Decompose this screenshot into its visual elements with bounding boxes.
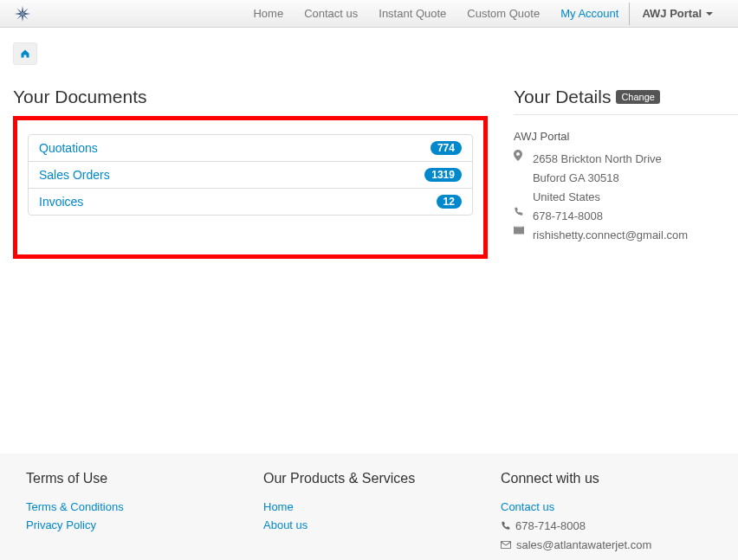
svg-marker-8	[23, 14, 29, 20]
home-icon	[20, 48, 30, 59]
envelope-icon	[501, 541, 511, 549]
svg-marker-2	[15, 13, 23, 15]
footer-link-privacy[interactable]: Privacy Policy	[26, 517, 237, 535]
details-divider	[514, 114, 738, 115]
footer-email: sales@atlantawaterjet.com	[516, 536, 651, 555]
doc-item-invoices[interactable]: Invoices 12	[29, 189, 472, 215]
top-navbar: Home Contact us Instant Quote Custom Quo…	[0, 0, 738, 28]
svg-marker-1	[22, 14, 23, 22]
address-line1: 2658 Brickton North Drive	[533, 150, 662, 169]
doc-item-quotations[interactable]: Quotations 774	[29, 135, 472, 162]
footer: Terms of Use Terms & Conditions Privacy …	[0, 454, 738, 560]
nav-instant-quote[interactable]: Instant Quote	[368, 0, 456, 28]
footer-heading-connect: Connect with us	[501, 471, 712, 486]
svg-marker-5	[16, 8, 23, 14]
svg-marker-6	[23, 8, 29, 14]
footer-link-home[interactable]: Home	[263, 499, 475, 517]
phone-icon	[514, 207, 526, 216]
caret-down-icon	[706, 12, 713, 16]
doc-count-badge: 12	[437, 195, 462, 209]
svg-marker-0	[22, 5, 23, 13]
svg-marker-7	[16, 14, 23, 20]
address-line2: Buford GA 30518	[514, 169, 738, 188]
nav-contact[interactable]: Contact us	[294, 0, 368, 28]
breadcrumb	[13, 42, 725, 65]
footer-link-about[interactable]: About us	[263, 517, 475, 535]
doc-item-sales-orders[interactable]: Sales Orders 1319	[29, 162, 472, 189]
address-line3: United States	[514, 188, 738, 207]
footer-link-terms[interactable]: Terms & Conditions	[26, 499, 237, 517]
home-breadcrumb-button[interactable]	[13, 42, 37, 65]
change-details-button[interactable]: Change	[616, 90, 660, 104]
user-menu[interactable]: AWJ Portal	[630, 0, 725, 28]
nav-my-account[interactable]: My Account	[550, 0, 629, 28]
footer-link-contact[interactable]: Contact us	[501, 499, 712, 517]
envelope-icon	[514, 226, 526, 235]
map-pin-icon	[514, 150, 526, 161]
footer-phone: 678-714-8008	[515, 517, 586, 536]
user-name-label: AWJ Portal	[642, 7, 702, 20]
details-company-name: AWJ Portal	[514, 127, 738, 146]
email-text: rishishetty.connect@gmail.com	[533, 226, 688, 245]
doc-link[interactable]: Quotations	[39, 141, 98, 155]
doc-link[interactable]: Invoices	[39, 195, 83, 209]
footer-heading-products: Our Products & Services	[263, 471, 475, 486]
nav-home[interactable]: Home	[243, 0, 294, 28]
documents-heading: Your Documents	[13, 87, 488, 107]
details-heading: Your Details Change	[514, 87, 738, 107]
details-heading-text: Your Details	[514, 87, 611, 107]
doc-link[interactable]: Sales Orders	[39, 168, 110, 182]
doc-count-badge: 774	[430, 141, 462, 155]
logo[interactable]	[13, 4, 32, 23]
svg-marker-3	[23, 13, 30, 15]
phone-icon	[501, 521, 510, 531]
footer-heading-terms: Terms of Use	[26, 471, 237, 486]
documents-highlight-box: Quotations 774 Sales Orders 1319 Invoice…	[13, 116, 488, 259]
nav-custom-quote[interactable]: Custom Quote	[456, 0, 550, 28]
documents-list: Quotations 774 Sales Orders 1319 Invoice…	[28, 134, 473, 216]
doc-count-badge: 1319	[424, 168, 462, 182]
phone-text: 678-714-8008	[533, 207, 603, 226]
